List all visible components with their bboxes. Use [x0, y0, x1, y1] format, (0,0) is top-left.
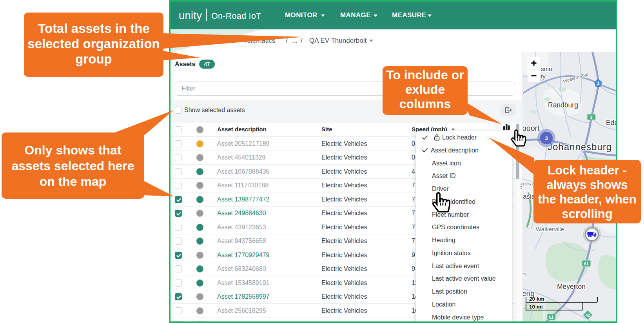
svg-text:smo: smo: [541, 65, 552, 72]
svg-text:3: 3: [545, 135, 548, 141]
svg-text:ty: ty: [541, 73, 546, 80]
svg-text:roka: roka: [523, 181, 533, 187]
svg-text:Randburg: Randburg: [548, 101, 578, 109]
svg-text:Ede: Ede: [606, 119, 616, 127]
svg-text:10 mi: 10 mi: [529, 304, 543, 310]
svg-text:Johannesburg: Johannesburg: [548, 142, 612, 152]
svg-text:61: 61: [584, 261, 589, 266]
svg-text:Walkerville: Walkerville: [536, 226, 564, 232]
svg-text:n: n: [523, 270, 526, 278]
svg-text:1: 1: [597, 81, 599, 85]
svg-text:61: 61: [549, 315, 554, 319]
svg-text:1: 1: [590, 115, 593, 120]
svg-text:42: 42: [586, 313, 590, 318]
svg-text:Meyerton: Meyerton: [557, 283, 586, 290]
svg-text:20 km: 20 km: [529, 296, 544, 302]
